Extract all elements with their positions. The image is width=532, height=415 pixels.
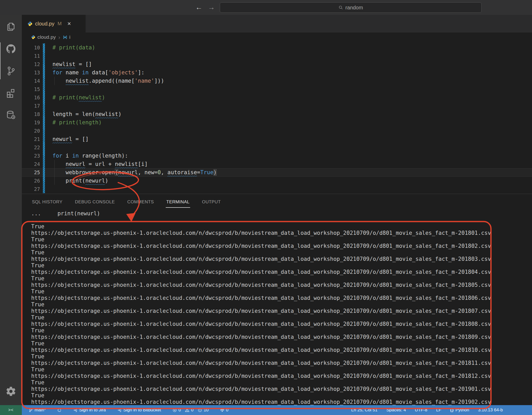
code-line-18: 18length = len(newlist) <box>22 110 532 118</box>
error-count[interactable]: 0 <box>172 407 181 413</box>
radio-tower-icon <box>220 408 224 412</box>
tab-close-icon[interactable]: × <box>67 21 71 26</box>
bitbucket-signin[interactable]: Sign in to Bitbucket <box>117 407 161 413</box>
bottom-panel: SQL HISTORYDEBUG CONSOLECOMMENTSTERMINAL… <box>22 194 532 405</box>
terminal-url-line: https://objectstorage.us-phoenix-1.oracl… <box>31 295 491 301</box>
line-number: 22 <box>22 143 40 152</box>
line-number: 26 <box>22 177 40 185</box>
line-number: 12 <box>22 60 40 68</box>
activity-item-github[interactable] <box>0 41 22 57</box>
code-editor[interactable]: 10# print(data)1112newlist = []13for nam… <box>22 42 532 194</box>
line-number: 13 <box>22 68 40 77</box>
editor-tab-bar: cloud.py M × <box>22 15 532 33</box>
python-version-label: 3.10.13 64-b <box>478 407 503 413</box>
code-line-21: 21newurl = [] <box>22 135 532 143</box>
sync-icon <box>57 408 62 412</box>
terminal-result-line: True <box>31 262 491 269</box>
encoding-label: UTF-8 <box>415 407 427 413</box>
info-count[interactable]: 10 <box>198 407 209 413</box>
line-number: 16 <box>22 93 40 102</box>
ports-indicator-label: 0 <box>226 407 228 413</box>
chevron-right-icon: › <box>58 34 60 40</box>
remote-indicator[interactable]: >< <box>0 405 22 415</box>
code-line-14: 14 newlist.append((name['name'])) <box>22 77 532 85</box>
code-line-20: 20 <box>22 127 532 135</box>
info-icon <box>198 408 202 412</box>
panel-tab-debug-console[interactable]: DEBUG CONSOLE <box>74 195 115 208</box>
panel-tab-output[interactable]: OUTPUT <box>202 195 221 208</box>
python-file-icon <box>31 35 35 39</box>
terminal-output[interactable]: ... print(newurl)...Truehttps://objectst… <box>31 210 491 405</box>
terminal-result-line: True <box>31 249 491 256</box>
files-icon <box>5 21 16 32</box>
code-line-17: 17 <box>22 102 532 110</box>
terminal-result-line: True <box>31 275 491 282</box>
python-version[interactable]: 3.10.13 64-b <box>478 407 503 413</box>
line-number: 23 <box>22 152 40 160</box>
terminal-result-line: True <box>31 392 491 399</box>
terminal-result-line: True <box>31 327 491 334</box>
eol[interactable]: LF <box>436 407 441 413</box>
breadcrumb: cloud.py › i <box>22 33 532 42</box>
terminal-history-line: ... <box>31 217 491 223</box>
status-bar: >< main*Sign in to JiraSign in to Bitbuc… <box>0 405 532 415</box>
jira-signin[interactable]: Sign in to Jira <box>73 407 106 413</box>
line-number: 25 <box>22 168 40 177</box>
bitbucket-signin-label: Sign in to Bitbucket <box>123 407 161 413</box>
line-number: 21 <box>22 135 40 143</box>
line-number: 10 <box>22 43 40 52</box>
command-center-search[interactable]: random <box>220 2 482 13</box>
git-branch-icon <box>29 408 33 412</box>
activity-item-files[interactable] <box>0 18 22 35</box>
activity-item-database-history[interactable] <box>0 107 22 124</box>
settings-gear-icon <box>5 386 16 397</box>
panel-tab-comments[interactable]: COMMENTS <box>127 195 154 208</box>
sync-button[interactable] <box>57 408 62 412</box>
terminal-url-line: https://objectstorage.us-phoenix-1.oracl… <box>31 321 491 327</box>
panel-tab-terminal[interactable]: TERMINAL <box>166 195 190 208</box>
python-file-icon <box>28 21 32 26</box>
code-line-12: 12newlist = [] <box>22 60 532 68</box>
branch-indicator[interactable]: main* <box>29 407 46 413</box>
tab-modified-badge: M <box>58 21 62 27</box>
terminal-result-line: True <box>31 366 491 373</box>
search-text: random <box>345 5 363 11</box>
braces-icon: {} <box>450 408 454 412</box>
code-line-26: 26 print(newurl) <box>22 177 532 185</box>
cursor-position[interactable]: Ln 25, Col 51 <box>351 407 377 413</box>
activity-item-extensions[interactable] <box>0 85 22 101</box>
info-count-label: 10 <box>204 407 209 413</box>
terminal-url-line: https://objectstorage.us-phoenix-1.oracl… <box>31 230 491 236</box>
terminal-result-line: True <box>31 314 491 321</box>
breadcrumb-symbol[interactable]: i <box>69 34 70 40</box>
title-bar: ← → random <box>0 0 532 15</box>
code-line-13: 13for name in data['objects']: <box>22 68 532 77</box>
line-number: 11 <box>22 52 40 60</box>
ports-indicator[interactable]: 0 <box>220 407 228 413</box>
extensions-icon <box>5 88 16 99</box>
terminal-url-line: https://objectstorage.us-phoenix-1.oracl… <box>31 373 491 379</box>
warning-count[interactable]: 0 <box>185 407 193 413</box>
navigate-forward-button[interactable]: → <box>208 2 215 12</box>
navigate-back-button[interactable]: ← <box>195 2 202 12</box>
panel-tab-bar: SQL HISTORYDEBUG CONSOLECOMMENTSTERMINAL… <box>22 194 532 209</box>
terminal-url-line: https://objectstorage.us-phoenix-1.oracl… <box>31 399 491 405</box>
panel-tab-sql-history[interactable]: SQL HISTORY <box>31 195 63 208</box>
language-mode[interactable]: {}Python <box>450 407 469 413</box>
activity-item-source-control[interactable] <box>0 63 22 79</box>
terminal-url-line: https://objectstorage.us-phoenix-1.oracl… <box>31 386 491 392</box>
eol-label: LF <box>436 407 441 413</box>
indentation[interactable]: Spaces: 4 <box>386 407 406 413</box>
code-line-10: 10# print(data) <box>22 43 532 52</box>
encoding[interactable]: UTF-8 <box>415 407 427 413</box>
tab-file-name: cloud.py <box>35 21 55 27</box>
breadcrumb-file[interactable]: cloud.py <box>37 34 56 40</box>
code-line-27: 27 <box>22 185 532 193</box>
terminal-result-line: True <box>31 288 491 295</box>
code-line-25: 25 webbrowser.open(newurl, new=0, autora… <box>22 168 532 177</box>
activity-item-settings-gear[interactable] <box>0 383 22 400</box>
source-control-icon <box>5 66 16 76</box>
line-number: 24 <box>22 160 40 168</box>
tab-cloud-py[interactable]: cloud.py M × <box>22 15 86 33</box>
line-number: 18 <box>22 110 40 118</box>
